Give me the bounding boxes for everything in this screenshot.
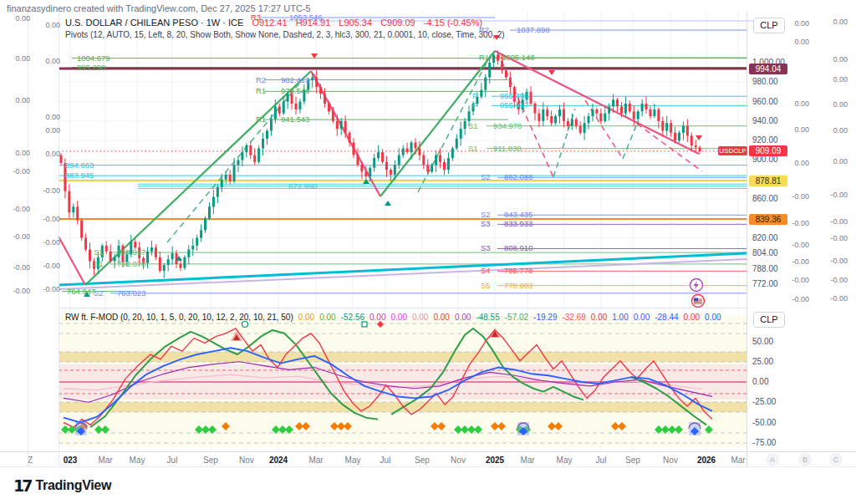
time-axis-month-label[interactable]: May <box>557 456 573 465</box>
candle-body <box>336 121 339 129</box>
pivots-indicator-legend[interactable]: Pivots (12, AUTO, 15, Left, 8, 20, Show … <box>65 30 505 39</box>
candle-body <box>699 147 701 151</box>
candle-body <box>641 104 644 111</box>
candle-body <box>674 133 676 140</box>
candle-body <box>653 109 655 116</box>
level-price-label: 1004.679 <box>77 54 110 63</box>
candle-body <box>229 175 232 181</box>
candle-body <box>349 133 351 143</box>
time-axis-month-label[interactable]: Sep <box>415 456 430 465</box>
layout-button-c[interactable]: C <box>829 453 843 466</box>
lower-scale-currency-button[interactable]: CLP <box>753 312 785 328</box>
time-axis-month-label[interactable]: May <box>130 456 145 465</box>
pivot-letter-label: P <box>472 101 477 109</box>
candle-body <box>410 142 413 152</box>
time-axis-month-label[interactable]: May <box>345 456 361 465</box>
time-axis-month-label[interactable]: Nov <box>451 456 466 465</box>
oscillator-value: 0.00 <box>705 313 721 322</box>
time-axis-month-label[interactable]: Mar <box>98 456 112 465</box>
zero-scale-value: -0.00 <box>5 167 30 176</box>
symbol-legend[interactable]: U.S. DOLLAR / CHILEAN PESO · 1W · ICE O9… <box>65 18 482 28</box>
candle-body <box>233 165 236 181</box>
candle-body <box>295 104 298 109</box>
candle-body <box>443 162 446 170</box>
candle-body <box>253 155 256 162</box>
time-axis-month-label[interactable]: Mar <box>520 456 534 465</box>
candle-body <box>599 114 602 121</box>
zero-scale-value: -0.00 <box>784 241 809 249</box>
candle-body <box>298 102 301 109</box>
zero-scale-value: 0.00 <box>784 159 809 167</box>
zero-scale-value: 0.00 <box>823 126 848 135</box>
candle-body <box>319 87 322 94</box>
pivot-letter-label: S5 <box>481 282 491 290</box>
time-axis-year-label[interactable]: 2025 <box>486 456 504 465</box>
candle-body <box>530 92 532 104</box>
candle-body <box>262 139 264 149</box>
level-price-label: 804.917 <box>117 248 145 257</box>
time-axis-month-label[interactable]: Sep <box>203 456 218 465</box>
time-axis-month-label[interactable]: Nov <box>239 456 254 465</box>
tradingview-logo[interactable]: 17 TradingView <box>13 476 111 495</box>
oscillator-value: 0.00 <box>319 313 335 322</box>
zero-scale-value: 0.00 <box>823 100 848 109</box>
price-badge: 909.09 <box>749 145 787 156</box>
price-scale-label: 960.00 <box>752 97 778 106</box>
candle-body <box>398 155 400 165</box>
pivot-letter-label: S1 <box>468 122 478 130</box>
time-axis-month-label[interactable]: Sep <box>625 456 640 465</box>
time-axis-year-label[interactable]: 2026 <box>697 456 716 465</box>
price-scale-currency-button[interactable]: CLP <box>753 18 785 33</box>
time-axis-month-label[interactable]: Jul <box>380 456 391 465</box>
oscillator-value: -52.56 <box>341 313 364 322</box>
time-axis-year-label[interactable]: 023 <box>64 456 78 465</box>
time-axis-month-label[interactable]: Mar <box>731 456 745 465</box>
oscillator-legend[interactable]: RW ft. F-MOD (0, 20, 10, 1, 5, 0, 20, 10… <box>65 313 721 322</box>
candle-body <box>278 106 281 113</box>
candle-body <box>583 123 586 133</box>
tradingview-logo-icon: 17 <box>13 476 30 495</box>
pivot-letter-label: S1 <box>468 145 478 153</box>
candle-body <box>637 111 639 119</box>
price-badge: 994.04 <box>749 64 787 74</box>
watermark-credit: finanzasydinero created with TradingView… <box>7 3 311 13</box>
candle-body <box>200 230 202 237</box>
time-axis-month-label[interactable]: Nov <box>663 456 678 465</box>
zero-scale-value: -0.00 <box>35 238 60 247</box>
candle-body <box>447 158 450 170</box>
candle-body <box>563 109 565 121</box>
candle-body <box>538 114 540 121</box>
level-price-label: 785.778 <box>504 267 532 275</box>
time-axis-month-label[interactable]: Jul <box>596 456 607 465</box>
zero-scale-value: -0.00 <box>35 215 60 223</box>
candle-body <box>155 247 157 257</box>
layout-button-b[interactable]: B <box>798 453 812 466</box>
candle-body <box>381 152 384 162</box>
candle-body <box>542 109 544 121</box>
time-axis-year-label[interactable]: 2024 <box>269 456 288 465</box>
candle-body <box>212 197 215 207</box>
time-axis-month-label[interactable]: Mar <box>308 456 323 465</box>
candle-body <box>369 168 371 176</box>
oscillator-value: 0.00 <box>591 313 607 322</box>
layout-button-a[interactable]: A <box>766 453 779 466</box>
time-axis-month-label[interactable]: Jul <box>167 456 178 465</box>
candle-body <box>332 111 334 121</box>
price-scale-label: 804.00 <box>752 248 778 257</box>
price-scale-label: 940.00 <box>752 116 778 125</box>
level-price-label: 941.543 <box>281 115 309 124</box>
candle-body <box>191 246 194 250</box>
candle-body <box>406 148 409 152</box>
zero-scale-value: -0.00 <box>784 192 809 201</box>
zero-scale-value: 0.00 <box>784 125 809 134</box>
candle-body <box>620 106 623 113</box>
candle-body <box>187 249 190 257</box>
pivot-down-arrow-icon <box>548 70 555 75</box>
level-price-label: 1037.898 <box>517 26 550 34</box>
level-price-label: 808.910 <box>504 244 532 252</box>
candle-body <box>171 253 174 259</box>
candle-body <box>241 152 243 160</box>
zero-scale-value: -0.00 <box>5 263 30 272</box>
zero-scale-value: -0.00 <box>784 257 809 266</box>
candle-body <box>550 116 553 123</box>
